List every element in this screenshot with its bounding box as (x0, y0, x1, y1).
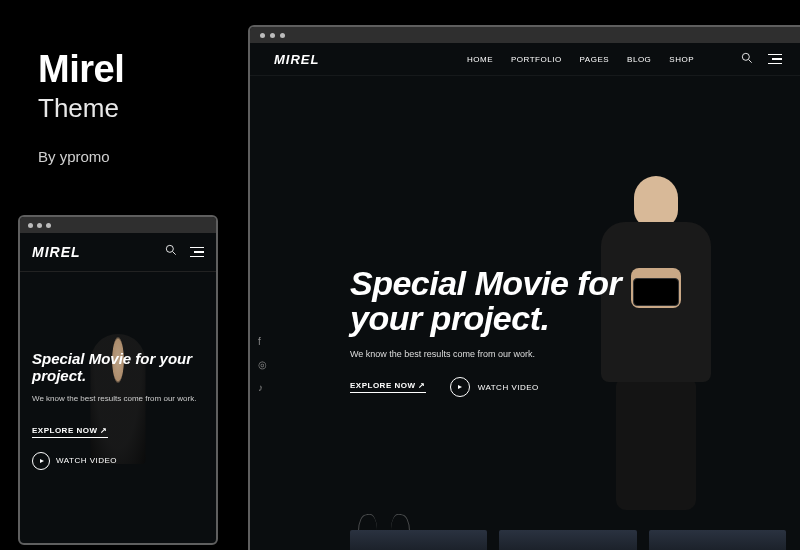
svg-point-2 (742, 53, 749, 60)
thumbnail[interactable] (350, 530, 487, 550)
hero-subline: We know the best results come from our w… (32, 393, 204, 405)
nav-pages[interactable]: PAGES (580, 55, 609, 64)
logo[interactable]: MIREL (32, 244, 81, 260)
play-icon (450, 377, 470, 397)
watch-video-button[interactable]: WATCH VIDEO (32, 452, 204, 470)
thumbnail[interactable] (649, 530, 786, 550)
tiktok-icon[interactable]: ♪ (258, 382, 267, 393)
desktop-preview: MIREL HOME PORTFOLIO PAGES BLOG SHOP f ◎… (248, 25, 800, 550)
search-icon[interactable] (164, 243, 178, 261)
watch-label: WATCH VIDEO (56, 456, 117, 465)
mobile-hero: Special Movie for your project. We know … (20, 272, 216, 545)
explore-link[interactable]: EXPLORE NOW ↗ (350, 381, 426, 393)
desktop-nav: MIREL HOME PORTFOLIO PAGES BLOG SHOP (250, 43, 800, 76)
nav-menu: HOME PORTFOLIO PAGES BLOG SHOP (467, 51, 782, 67)
play-icon (32, 452, 50, 470)
nav-blog[interactable]: BLOG (627, 55, 651, 64)
svg-line-3 (749, 60, 752, 63)
svg-line-1 (173, 252, 176, 255)
watch-video-button[interactable]: WATCH VIDEO (450, 377, 539, 397)
mobile-preview: MIREL Special Movie for your project. We… (18, 215, 218, 545)
window-controls (250, 27, 800, 43)
watch-label: WATCH VIDEO (478, 383, 539, 392)
hero-subline: We know the best results come from our w… (350, 349, 630, 359)
nav-home[interactable]: HOME (467, 55, 493, 64)
logo[interactable]: MIREL (274, 52, 319, 67)
mobile-nav: MIREL (20, 233, 216, 272)
nav-shop[interactable]: SHOP (669, 55, 694, 64)
promo-title-block: Mirel Theme By ypromo (38, 48, 124, 165)
thumbnail-row (350, 530, 786, 550)
hero-headline: Special Movie for your project. (350, 266, 630, 335)
desktop-hero: f ◎ ♪ Special Movie for your project. We… (250, 76, 800, 550)
menu-icon[interactable] (768, 54, 782, 65)
window-controls (20, 217, 216, 233)
social-links: f ◎ ♪ (258, 336, 267, 393)
facebook-icon[interactable]: f (258, 336, 267, 347)
nav-portfolio[interactable]: PORTFOLIO (511, 55, 562, 64)
hero-headline: Special Movie for your project. (32, 350, 204, 385)
theme-subtitle: Theme (38, 93, 124, 124)
instagram-icon[interactable]: ◎ (258, 359, 267, 370)
menu-icon[interactable] (190, 247, 204, 258)
theme-name: Mirel (38, 48, 124, 91)
thumbnail[interactable] (499, 530, 636, 550)
svg-point-0 (166, 245, 173, 252)
explore-link[interactable]: EXPLORE NOW ↗ (32, 426, 108, 438)
search-icon[interactable] (740, 51, 754, 67)
theme-author: By ypromo (38, 148, 124, 165)
